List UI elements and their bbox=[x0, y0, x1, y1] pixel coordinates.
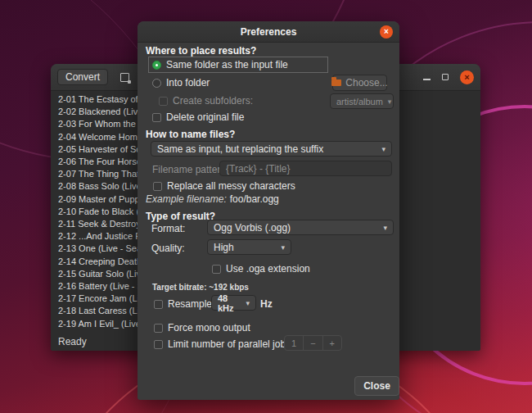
close-button[interactable]: Close bbox=[354, 376, 399, 396]
radio-selected-icon bbox=[152, 61, 161, 70]
radio-into-folder-label: Into folder bbox=[166, 77, 210, 88]
limit-jobs-checkbox[interactable]: Limit number of parallel jobs bbox=[154, 338, 291, 350]
resample-checkbox[interactable]: Resample bbox=[154, 298, 212, 310]
checkbox-icon bbox=[154, 324, 163, 333]
limit-jobs-label: Limit number of parallel jobs bbox=[168, 338, 291, 350]
filename-pattern-label: Filename pattern: bbox=[152, 164, 228, 175]
naming-heading: How to name files? bbox=[146, 129, 235, 140]
example-filename: Example filename: foo/bar.ogg bbox=[146, 193, 279, 205]
replace-messy-label: Replace all messy characters bbox=[167, 180, 295, 192]
checkbox-icon bbox=[159, 97, 168, 106]
close-icon[interactable]: × bbox=[460, 70, 474, 84]
preferences-dialog: Preferences × Where to place results? Sa… bbox=[138, 21, 399, 400]
format-value: Ogg Vorbis (.ogg) bbox=[214, 222, 291, 234]
naming-mode-dropdown[interactable]: Same as input, but replacing the suffix … bbox=[151, 141, 392, 157]
sample-rate-value: 48 kHz bbox=[218, 293, 241, 313]
delete-original-checkbox[interactable]: Delete original file bbox=[152, 111, 244, 123]
checkbox-icon bbox=[154, 300, 163, 309]
radio-same-folder-label: Same folder as the input file bbox=[166, 59, 288, 70]
choose-folder-button[interactable]: Choose... bbox=[332, 75, 387, 91]
hz-label: Hz bbox=[260, 298, 273, 310]
quality-value: High bbox=[214, 242, 234, 253]
example-value: foo/bar.ogg bbox=[230, 193, 279, 205]
checkbox-icon bbox=[152, 113, 161, 122]
minimize-icon[interactable] bbox=[423, 79, 431, 80]
create-subfolders-checkbox[interactable]: Create subfolders: bbox=[159, 95, 253, 107]
jobs-value: 1 bbox=[285, 336, 303, 350]
jobs-spinner: 1 − + bbox=[284, 335, 342, 351]
quality-label: Quality: bbox=[151, 243, 185, 254]
radio-into-folder[interactable]: Into folder bbox=[152, 77, 210, 88]
chevron-down-icon: ▾ bbox=[383, 224, 387, 232]
force-mono-checkbox[interactable]: Force mono output bbox=[154, 322, 250, 334]
oga-extension-checkbox[interactable]: Use .oga extension bbox=[212, 263, 310, 275]
force-mono-label: Force mono output bbox=[168, 322, 250, 334]
maximize-icon[interactable] bbox=[442, 74, 449, 80]
sample-rate-dropdown[interactable]: 48 kHz ▾ bbox=[211, 295, 256, 311]
placement-heading: Where to place results? bbox=[146, 45, 256, 57]
example-label: Example filename: bbox=[146, 193, 227, 205]
subfolder-pattern-value: artist/album bbox=[336, 97, 383, 107]
add-file-button[interactable] bbox=[115, 69, 133, 85]
format-label: Format: bbox=[151, 223, 185, 234]
quality-dropdown[interactable]: High ▾ bbox=[207, 239, 291, 255]
filename-pattern-input[interactable] bbox=[219, 161, 392, 176]
convert-button[interactable]: Convert bbox=[57, 69, 108, 85]
format-dropdown[interactable]: Ogg Vorbis (.ogg) ▾ bbox=[207, 220, 394, 235]
oga-extension-label: Use .oga extension bbox=[226, 263, 310, 275]
chevron-down-icon: ▾ bbox=[388, 98, 392, 106]
spin-minus-button[interactable]: − bbox=[303, 336, 322, 350]
result-heading: Type of result? bbox=[146, 211, 215, 222]
folder-icon bbox=[331, 79, 341, 86]
dialog-close-icon[interactable]: × bbox=[380, 25, 393, 39]
delete-original-label: Delete original file bbox=[166, 111, 244, 123]
chevron-down-icon: ▾ bbox=[281, 243, 285, 252]
chevron-down-icon: ▾ bbox=[246, 299, 250, 307]
dialog-titlebar[interactable]: Preferences × bbox=[138, 21, 399, 43]
subfolder-pattern-dropdown[interactable]: artist/album ▾ bbox=[330, 93, 394, 109]
radio-same-folder[interactable]: Same folder as the input file bbox=[148, 57, 328, 73]
choose-button-label: Choose... bbox=[345, 77, 387, 88]
checkbox-icon bbox=[212, 265, 221, 274]
create-subfolders-label: Create subfolders: bbox=[173, 95, 253, 107]
dialog-title: Preferences bbox=[241, 26, 297, 38]
radio-unselected-icon bbox=[152, 79, 161, 88]
chevron-down-icon: ▾ bbox=[381, 145, 385, 153]
window-controls: × bbox=[423, 70, 474, 84]
checkbox-icon bbox=[153, 182, 162, 191]
dialog-body: Where to place results? Same folder as t… bbox=[138, 43, 399, 400]
add-file-icon bbox=[120, 73, 129, 82]
resample-label: Resample bbox=[168, 298, 212, 310]
naming-mode-value: Same as input, but replacing the suffix bbox=[157, 143, 323, 155]
spin-plus-button[interactable]: + bbox=[322, 336, 341, 350]
replace-messy-checkbox[interactable]: Replace all messy characters bbox=[153, 180, 295, 192]
bitrate-note: Target bitrate: ~192 kbps bbox=[152, 283, 249, 292]
checkbox-icon bbox=[154, 340, 163, 349]
